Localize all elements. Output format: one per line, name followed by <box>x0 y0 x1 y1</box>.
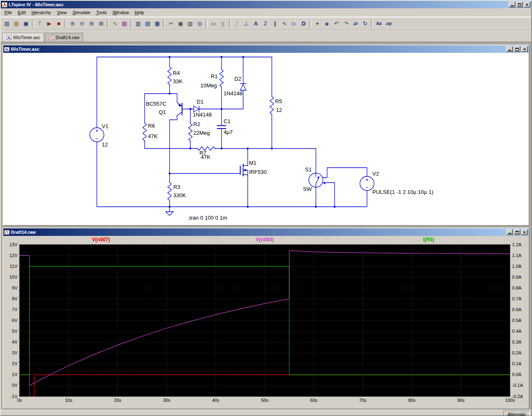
menu-simulate[interactable]: Simulate <box>69 9 93 16</box>
menu-view[interactable]: View <box>54 9 70 16</box>
plot-settings-button[interactable]: ▤ <box>120 19 129 28</box>
schematic-label[interactable]: IRF530 <box>249 169 267 175</box>
component-button[interactable]: D <box>299 19 308 28</box>
schematic-label[interactable]: C1 <box>224 118 231 124</box>
text-button[interactable]: Aa <box>374 19 384 28</box>
redo-button[interactable]: ↷ <box>341 19 351 28</box>
label-net-button[interactable]: A <box>251 19 261 28</box>
close-button[interactable]: × <box>524 2 530 7</box>
schematic-label[interactable]: 330K <box>173 192 186 198</box>
cut-button[interactable]: ✂ <box>166 19 176 28</box>
schematic-label[interactable]: R3 <box>173 184 180 190</box>
child-minimize-button[interactable] <box>506 46 513 52</box>
schematic-label[interactable]: 47K <box>148 133 158 139</box>
undo-button[interactable]: ↶ <box>332 19 341 28</box>
mirror-button[interactable]: ⇄ <box>351 19 360 28</box>
menu-edit[interactable]: Edit <box>15 9 29 16</box>
component-R2[interactable] <box>189 123 192 142</box>
trace-label-ir5[interactable]: I(R5) <box>347 237 510 243</box>
diode-button[interactable]: ▷ <box>289 19 299 28</box>
child-minimize-button[interactable] <box>506 229 513 235</box>
tile-horizontally-button[interactable]: ▤ <box>143 19 153 28</box>
schematic-label[interactable]: 1N4148 <box>193 111 212 118</box>
zoom-in-button[interactable]: ⊕ <box>68 19 77 28</box>
component-R1[interactable] <box>220 69 224 88</box>
right-axis[interactable]: 1.2A1.1A1.0A0.9A0.8A0.7A0.6A0.5A0.4A0.3A… <box>512 244 529 397</box>
left-axis[interactable]: 13V12V11V10V9V8V7V6V5V4V3V2V1V0V-1V <box>3 244 18 397</box>
schematic-label[interactable]: V1 <box>102 123 108 129</box>
menu-window[interactable]: Window <box>110 9 132 16</box>
component-R5[interactable] <box>270 96 274 115</box>
zoom-area-button[interactable]: ⊞ <box>87 19 96 28</box>
schematic-label[interactable]: R5 <box>275 98 282 104</box>
plot-area[interactable] <box>19 244 510 397</box>
copy-button[interactable]: ▣ <box>176 19 185 28</box>
maximize-button[interactable] <box>516 2 523 7</box>
zoom-out-button[interactable]: ⊖ <box>77 19 87 28</box>
resistor-button[interactable]: Z <box>261 19 270 28</box>
run-button[interactable]: ▶ <box>44 19 54 28</box>
ground-symbol[interactable] <box>166 212 173 215</box>
schematic-label[interactable]: 12 <box>276 107 282 113</box>
print-preview-button[interactable]: ▯ <box>218 19 228 28</box>
ground-button[interactable]: ⊥ <box>241 19 251 28</box>
schematic-label[interactable]: BC557C <box>146 101 166 107</box>
schematic-label[interactable]: M1 <box>249 160 256 166</box>
rotate-button[interactable]: ↻ <box>360 19 370 28</box>
save-button[interactable]: ▣ <box>21 19 31 28</box>
control-panel-button[interactable]: ⊤ <box>35 19 44 28</box>
component-R4[interactable] <box>168 66 172 85</box>
component-S1[interactable] <box>309 173 323 187</box>
component-C1[interactable] <box>217 126 226 129</box>
menu-help[interactable]: Help <box>132 9 147 16</box>
wire-button[interactable]: ╱ <box>232 19 241 28</box>
schematic-label[interactable]: R2 <box>193 121 200 127</box>
component-M1[interactable] <box>240 164 248 176</box>
child-close-button[interactable]: × <box>521 229 528 235</box>
new-schematic-button[interactable]: ▤ <box>2 19 12 28</box>
schematic-label[interactable]: R6 <box>148 123 155 129</box>
component-Q1[interactable] <box>177 102 182 116</box>
schematic-canvas[interactable]: +−+−+ V112R433KR110MegD21N4148R512BC557C… <box>3 53 529 225</box>
schematic-label[interactable]: 12 <box>102 141 108 148</box>
menu-file[interactable]: File <box>2 9 15 16</box>
menu-tools[interactable]: Tools <box>93 9 110 16</box>
paste-button[interactable]: ▧ <box>185 19 195 28</box>
autorange-y-axis-button[interactable]: ∿ <box>110 19 120 28</box>
cascade-windows-button[interactable]: ▦ <box>153 19 162 28</box>
minimize-button[interactable] <box>509 2 515 7</box>
schematic-label[interactable]: Q1 <box>159 109 166 115</box>
child-restore-button[interactable] <box>514 229 520 235</box>
capacitor-button[interactable]: ∥ <box>270 19 280 28</box>
schematic-label[interactable]: 47K <box>201 154 210 160</box>
schematic-label[interactable]: .tran 0 100 0 1m <box>188 215 227 221</box>
schematic-label[interactable]: 4µ7 <box>224 129 233 135</box>
schematic-label[interactable]: 1N4148 <box>224 90 243 97</box>
drag-button[interactable]: ◈ <box>322 19 332 28</box>
open-file-button[interactable]: ▧ <box>12 19 21 28</box>
schematic-label[interactable]: 10Meg <box>200 82 217 89</box>
schematic-label[interactable]: PULSE(1 -1 2 10µ 10µ 1) <box>372 189 433 195</box>
move-button[interactable]: + <box>313 19 322 28</box>
component-R6[interactable] <box>143 122 147 141</box>
tab-draft14-raw[interactable]: Draft14.raw <box>45 33 83 42</box>
menu-hierarchy[interactable]: Hierarchy <box>29 9 54 16</box>
child-restore-button[interactable] <box>514 46 520 52</box>
component-R3[interactable] <box>168 182 172 201</box>
schematic-label[interactable]: S1 <box>305 166 312 173</box>
schematic-label[interactable]: D1 <box>197 99 204 105</box>
halt-button[interactable]: ■ <box>54 19 64 28</box>
schematic-label[interactable]: 22Meg <box>193 130 210 136</box>
print-button[interactable]: ▭ <box>209 19 218 28</box>
spice-directive-button[interactable]: .op <box>384 19 393 28</box>
zoom-full-extents-button[interactable]: ⊠ <box>96 19 106 28</box>
trace-label-vn004[interactable]: V(n004) <box>183 237 347 243</box>
tile-vertically-button[interactable]: ▥ <box>133 19 143 28</box>
schematic-label[interactable]: R4 <box>173 70 180 76</box>
time-axis[interactable]: 0s10s20s30s40s50s60s70s80s90s100s <box>3 397 529 404</box>
component-D2[interactable] <box>240 84 246 90</box>
child-close-button[interactable]: × <box>521 46 528 52</box>
tab-60stimer-asc[interactable]: 60sTimer.asc <box>2 33 44 42</box>
find-button[interactable]: ◎ <box>195 19 204 28</box>
schematic-label[interactable]: 33K <box>173 78 182 84</box>
